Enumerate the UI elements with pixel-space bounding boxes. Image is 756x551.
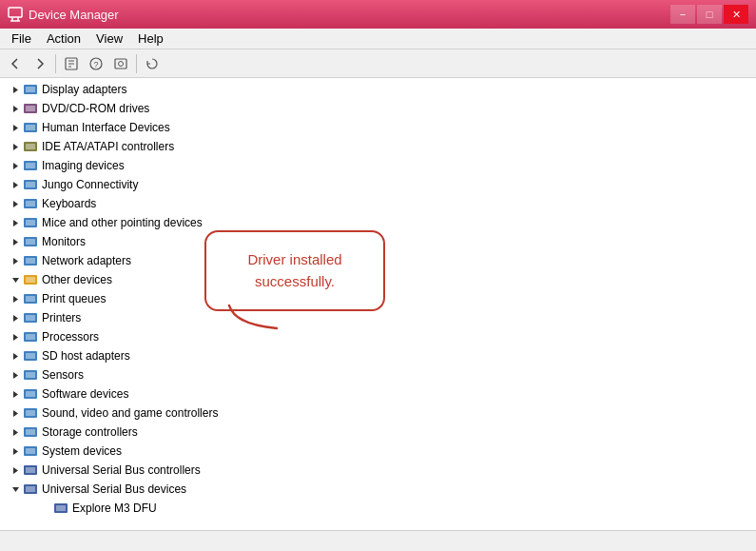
expand-arrow — [8, 310, 23, 325]
expand-arrow — [8, 82, 23, 97]
device-icon — [23, 234, 38, 249]
svg-marker-57 — [13, 372, 18, 379]
expand-arrow — [8, 424, 23, 440]
properties-button[interactable] — [60, 52, 83, 75]
svg-rect-38 — [26, 239, 35, 245]
device-icon — [23, 443, 38, 459]
menu-file[interactable]: File — [4, 30, 39, 48]
svg-rect-74 — [26, 467, 35, 473]
device-label: Jungo Connectivity — [42, 178, 138, 191]
expand-arrow — [8, 139, 23, 154]
separator-1 — [55, 54, 56, 73]
device-icon — [23, 367, 38, 383]
device-label: Printers — [42, 311, 81, 325]
svg-rect-62 — [26, 391, 35, 397]
close-button[interactable]: ✕ — [724, 5, 748, 24]
expand-arrow — [8, 329, 23, 344]
main-area: Display adapters DVD/CD-ROM drives Human… — [0, 78, 756, 530]
device-icon — [23, 424, 38, 440]
svg-rect-65 — [26, 410, 35, 416]
title-bar-left: Device Manager — [8, 7, 119, 22]
window-controls: − □ ✕ — [670, 5, 748, 24]
svg-rect-50 — [26, 315, 35, 321]
device-label: Sound, video and game controllers — [42, 406, 218, 420]
svg-rect-23 — [26, 144, 35, 149]
back-button[interactable] — [4, 52, 27, 75]
minimize-button[interactable]: − — [670, 5, 695, 24]
device-label: Human Interface Devices — [42, 121, 170, 134]
expand-arrow — [8, 253, 23, 268]
tree-item[interactable]: Software devices — [0, 384, 756, 403]
svg-rect-10 — [115, 59, 126, 69]
device-icon — [23, 253, 38, 268]
svg-point-11 — [119, 61, 124, 66]
expand-arrow — [8, 101, 23, 116]
scan-button[interactable] — [109, 52, 132, 75]
svg-rect-71 — [26, 448, 35, 454]
svg-marker-63 — [13, 410, 18, 417]
device-icon — [23, 82, 38, 97]
tree-item[interactable]: Sound, video and game controllers — [0, 403, 756, 423]
svg-rect-77 — [26, 486, 35, 492]
svg-marker-48 — [13, 315, 18, 322]
device-icon — [23, 310, 38, 325]
menu-help[interactable]: Help — [130, 30, 171, 48]
device-label: DVD/CD-ROM drives — [42, 102, 149, 115]
tree-item[interactable]: Mice and other pointing devices — [0, 213, 756, 232]
device-label: IDE ATA/ATAPI controllers — [42, 140, 174, 153]
tooltip-content: Driver installedsuccessfully. — [204, 230, 385, 311]
device-label: SD host adapters — [42, 349, 130, 363]
device-label: Imaging devices — [42, 159, 125, 172]
device-icon — [23, 101, 38, 116]
tree-item[interactable]: Storage controllers — [0, 423, 756, 442]
tree-item[interactable]: Universal Serial Bus devices — [0, 480, 756, 499]
expand-arrow — [38, 501, 53, 516]
menu-bar: File Action View Help — [0, 29, 756, 49]
update-button[interactable] — [141, 52, 164, 75]
svg-marker-33 — [13, 220, 18, 226]
svg-marker-15 — [13, 106, 18, 112]
svg-marker-75 — [12, 487, 19, 492]
tree-item[interactable]: Display adapters — [0, 80, 756, 99]
expand-arrow — [8, 443, 23, 459]
tree-item[interactable]: Sensors — [0, 365, 756, 384]
tree-item[interactable]: System devices — [0, 442, 756, 461]
svg-rect-14 — [26, 87, 35, 92]
maximize-button[interactable]: □ — [697, 5, 722, 24]
menu-action[interactable]: Action — [39, 30, 88, 48]
tree-item[interactable]: Universal Serial Bus controllers — [0, 461, 756, 480]
tree-item[interactable]: Keyboards — [0, 194, 756, 213]
svg-text:?: ? — [93, 60, 98, 69]
tree-item[interactable]: Processors — [0, 327, 756, 346]
forward-button[interactable] — [29, 52, 51, 75]
expand-arrow — [8, 177, 23, 192]
device-label: Mice and other pointing devices — [42, 216, 203, 229]
tree-item[interactable]: DVD/CD-ROM drives — [0, 99, 756, 118]
svg-rect-29 — [26, 182, 35, 187]
help-button[interactable]: ? — [85, 52, 107, 75]
device-icon — [23, 158, 38, 173]
svg-marker-36 — [13, 239, 18, 246]
tree-item[interactable]: SD host adapters — [0, 346, 756, 365]
svg-rect-17 — [26, 106, 35, 111]
tree-item[interactable]: Explore M3 DFU — [0, 499, 756, 518]
menu-view[interactable]: View — [88, 30, 130, 48]
tree-item[interactable]: Jungo Connectivity — [0, 175, 756, 194]
tree-item[interactable]: IDE ATA/ATAPI controllers — [0, 137, 756, 156]
expand-arrow — [8, 348, 23, 364]
tree-item[interactable]: Imaging devices — [0, 156, 756, 175]
device-label: Display adapters — [42, 83, 126, 96]
svg-rect-56 — [26, 353, 35, 359]
expand-arrow — [8, 215, 23, 230]
svg-marker-72 — [13, 467, 18, 474]
expand-arrow — [8, 386, 23, 402]
tree-item[interactable]: Printers — [0, 308, 756, 327]
device-label: Explore M3 DFU — [72, 502, 157, 515]
tree-item[interactable]: Human Interface Devices — [0, 118, 756, 137]
device-label: Keyboards — [42, 197, 96, 210]
device-icon — [23, 177, 38, 192]
svg-rect-68 — [26, 429, 35, 435]
expand-arrow — [8, 120, 23, 135]
device-icon — [23, 348, 38, 364]
expand-arrow — [8, 291, 23, 306]
